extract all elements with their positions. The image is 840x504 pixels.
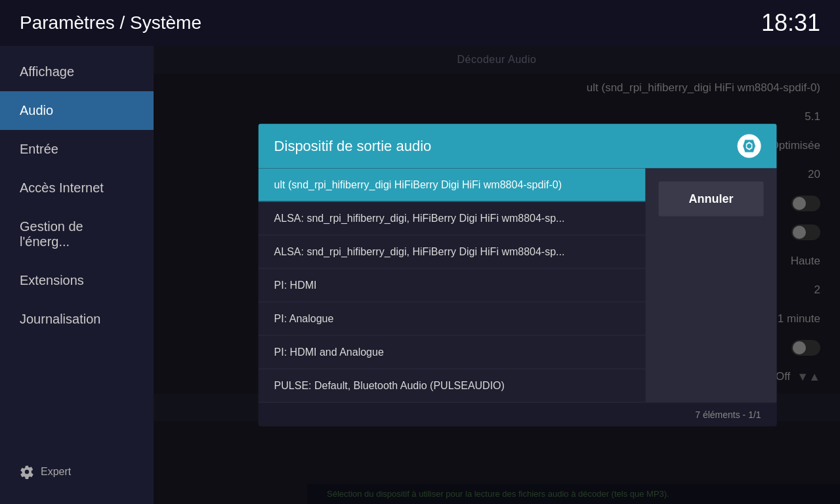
header: Paramètres / Système 18:31	[0, 0, 840, 46]
list-item-selected[interactable]: ult (snd_rpi_hifiberry_digi HiFiBerry Di…	[259, 169, 646, 202]
sidebar-item-journalisation[interactable]: Journalisation	[0, 300, 154, 339]
sidebar-item-acces-internet[interactable]: Accès Internet	[0, 169, 154, 207]
kodi-logo	[738, 135, 761, 158]
modal-body: ult (snd_rpi_hifiberry_digi HiFiBerry Di…	[259, 169, 777, 403]
list-item-pulse[interactable]: PULSE: Default, Bluetooth Audio (PULSEAU…	[259, 369, 646, 403]
sidebar-item-gestion-energie[interactable]: Gestion de l'énerg...	[0, 207, 154, 261]
sidebar-item-affichage[interactable]: Affichage	[0, 52, 154, 91]
sidebar-item-audio[interactable]: Audio	[0, 91, 154, 130]
audio-output-dialog: Dispositif de sortie audio ult (snd_rpi_…	[259, 124, 777, 427]
device-list: ult (snd_rpi_hifiberry_digi HiFiBerry Di…	[259, 169, 646, 403]
expert-button[interactable]: Expert	[0, 453, 154, 491]
expert-label: Expert	[41, 466, 71, 478]
gear-icon	[20, 465, 34, 479]
list-item-pi-hdmi[interactable]: PI: HDMI	[259, 269, 646, 303]
list-item-pi-hdmi-analogue[interactable]: PI: HDMI and Analogue	[259, 336, 646, 369]
sidebar-item-entree[interactable]: Entrée	[0, 130, 154, 169]
sidebar-item-extensions[interactable]: Extensions	[0, 261, 154, 300]
modal-header: Dispositif de sortie audio	[259, 124, 777, 169]
kodi-icon	[741, 138, 758, 155]
clock: 18:31	[761, 9, 820, 37]
main-layout: Affichage Audio Entrée Accès Internet Ge…	[0, 46, 840, 504]
list-item-alsa2[interactable]: ALSA: snd_rpi_hifiberry_digi, HiFiBerry …	[259, 236, 646, 269]
cancel-button[interactable]: Annuler	[659, 182, 764, 217]
modal-footer: 7 éléments - 1/1	[259, 403, 777, 427]
page-title: Paramètres / Système	[20, 12, 201, 33]
sidebar: Affichage Audio Entrée Accès Internet Ge…	[0, 46, 154, 504]
modal-actions: Annuler	[646, 169, 777, 403]
content-area: Décodeur Audio ult (snd_rpi_hifiberry_di…	[154, 46, 840, 504]
list-item-alsa1[interactable]: ALSA: snd_rpi_hifiberry_digi, HiFiBerry …	[259, 202, 646, 236]
modal-title: Dispositif de sortie audio	[274, 138, 432, 155]
list-item-pi-analogue[interactable]: PI: Analogue	[259, 303, 646, 336]
